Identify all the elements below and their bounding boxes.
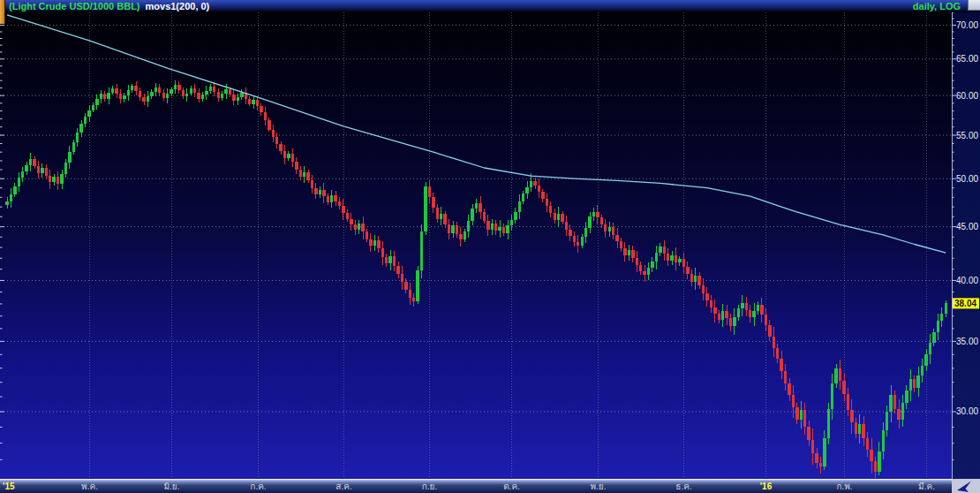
candle-body xyxy=(819,463,822,466)
candle-body xyxy=(84,117,87,124)
x-axis-month-label: มี.ค. xyxy=(918,482,935,491)
candle-body xyxy=(330,195,333,202)
candle-body xyxy=(502,227,505,233)
x-axis-month-label: ต.ค. xyxy=(503,482,520,491)
candle-body xyxy=(401,274,403,282)
candle-body xyxy=(37,166,40,173)
candle-body xyxy=(119,94,122,100)
candle-body xyxy=(471,209,473,220)
candle-body xyxy=(651,262,653,268)
candle-body xyxy=(467,221,470,232)
x-axis-month-label: พ.ย. xyxy=(590,482,606,491)
candle-body xyxy=(538,186,540,192)
candle-body xyxy=(549,206,552,213)
candle-body xyxy=(49,176,51,182)
candle-body xyxy=(636,258,638,264)
candle-body xyxy=(604,224,607,231)
candle-body xyxy=(639,265,642,272)
candle-body xyxy=(916,375,919,388)
candle-body xyxy=(667,254,669,260)
candle-body xyxy=(757,305,759,311)
candle-body xyxy=(72,142,75,153)
candle-body xyxy=(733,317,735,326)
candle-body xyxy=(494,224,497,231)
candle-body xyxy=(842,381,845,394)
candle-body xyxy=(788,383,790,395)
candle-body xyxy=(373,240,376,246)
candle-body xyxy=(612,227,614,235)
candle-body xyxy=(107,93,109,99)
candle-body xyxy=(584,228,587,237)
y-tick-label: 45.00 xyxy=(956,222,978,231)
candle-body xyxy=(5,201,8,205)
window-control-button[interactable] xyxy=(968,0,980,11)
candle-body xyxy=(631,250,634,259)
candle-body xyxy=(319,190,321,194)
candle-body xyxy=(721,311,724,320)
candle-body xyxy=(45,168,48,176)
candle-body xyxy=(514,212,516,220)
x-axis-month-label: ก.พ. xyxy=(836,482,852,491)
candle-body xyxy=(628,250,630,255)
candle-body xyxy=(491,224,494,230)
candle-body xyxy=(847,394,849,411)
candle-body xyxy=(768,325,771,337)
candle-body xyxy=(498,227,501,231)
candle-body xyxy=(268,120,270,130)
candle-body xyxy=(889,395,892,412)
candle-body xyxy=(827,409,830,439)
candle-body xyxy=(682,259,685,267)
candle-body xyxy=(557,214,560,220)
x-axis-month-label: พ.ค. xyxy=(81,482,98,491)
candle-body xyxy=(342,206,344,213)
candle-body xyxy=(18,178,20,186)
candle-body xyxy=(713,307,716,314)
candle-body xyxy=(882,430,885,451)
candle-body xyxy=(381,248,384,257)
candle-body xyxy=(87,110,90,117)
candle-body xyxy=(878,451,880,472)
candle-body xyxy=(893,395,896,408)
candle-body xyxy=(162,93,165,98)
candle-body xyxy=(702,285,705,293)
candle-body xyxy=(670,255,673,261)
candle-body xyxy=(224,89,227,94)
y-tick-label: 30.00 xyxy=(956,406,978,416)
candle-body xyxy=(870,450,872,461)
time-axis-scrollbar[interactable] xyxy=(0,479,952,493)
candle-body xyxy=(737,308,740,317)
candle-body xyxy=(929,343,931,354)
candle-body xyxy=(710,300,712,307)
candle-body xyxy=(659,246,661,253)
candle-body xyxy=(874,461,877,472)
candle-body xyxy=(909,379,912,391)
candle-body xyxy=(25,165,27,171)
candle-body xyxy=(60,174,63,184)
candle-body xyxy=(209,87,212,91)
candle-body xyxy=(541,192,544,200)
candle-body xyxy=(197,93,200,99)
y-tick-label: 35.00 xyxy=(956,337,978,346)
candle-body xyxy=(937,321,939,332)
candle-body xyxy=(41,168,43,173)
candle-body xyxy=(741,303,743,309)
candle-body xyxy=(416,270,418,301)
candle-body xyxy=(725,311,727,318)
active-chart-indicator-tab[interactable] xyxy=(0,0,5,24)
candle-body xyxy=(546,199,548,206)
x-axis-month-label: มิ.ย. xyxy=(163,482,179,491)
candle-body xyxy=(647,268,650,275)
candle-body xyxy=(166,94,169,97)
candle-body xyxy=(350,219,352,225)
candle-body xyxy=(686,267,689,274)
charting-application-window: (Light Crude USD/1000 BBL) movs1(200, 0)… xyxy=(0,0,980,493)
candle-body xyxy=(142,97,145,102)
price-chart[interactable]: 70.0065.0060.0055.0050.0045.0040.0035.00… xyxy=(0,12,980,493)
candle-body xyxy=(354,224,357,230)
candle-body xyxy=(800,410,803,419)
candle-body xyxy=(705,293,708,300)
candle-body xyxy=(905,391,908,402)
candle-body xyxy=(306,172,309,180)
candle-body xyxy=(299,170,302,177)
y-tick-label: 70.00 xyxy=(956,20,978,30)
